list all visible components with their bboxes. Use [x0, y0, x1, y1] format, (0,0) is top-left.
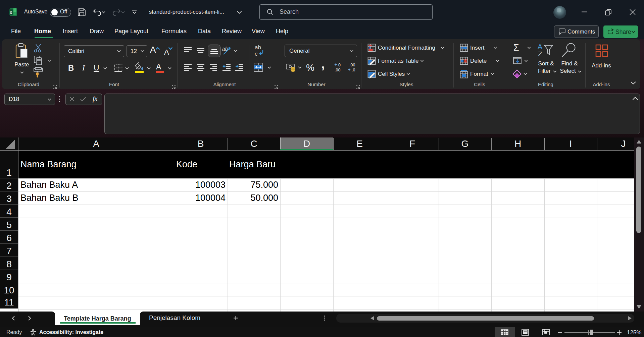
svg-text:x: x [10, 10, 12, 15]
svg-text:A: A [538, 43, 542, 50]
svg-text:ab: ab [255, 44, 261, 51]
svg-text:0: 0 [338, 63, 341, 67]
svg-text:.00: .00 [349, 63, 355, 67]
svg-text:.00: .00 [335, 68, 340, 72]
svg-text:.0: .0 [352, 68, 355, 72]
svg-text:c: c [255, 51, 258, 57]
svg-text:Z: Z [538, 50, 542, 58]
